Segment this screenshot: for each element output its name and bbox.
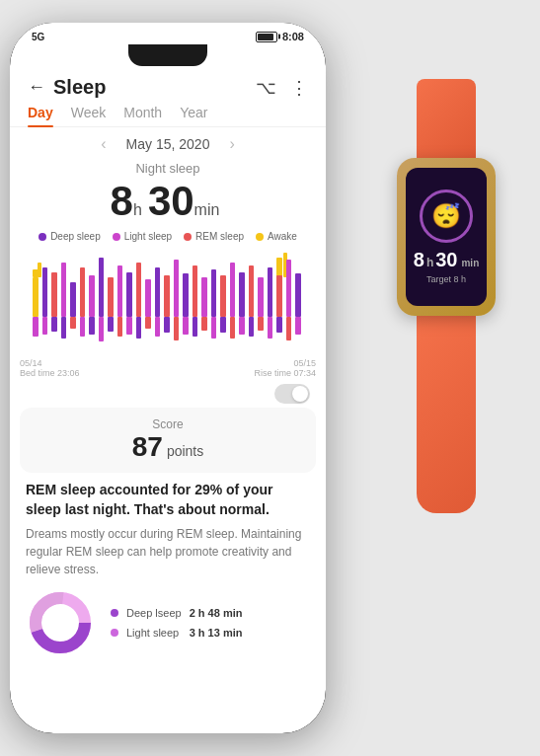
svg-rect-29 (164, 317, 170, 333)
legend-rem: REM sleep (184, 231, 244, 242)
right-sub: Rise time 07:34 (254, 368, 316, 378)
svg-rect-42 (276, 258, 282, 277)
toggle-section (10, 384, 326, 404)
deep-sleep-dot (39, 233, 46, 241)
svg-rect-31 (174, 317, 179, 340)
view-toggle[interactable] (274, 384, 310, 404)
score-label: Score (30, 417, 306, 431)
pie-deep-value: 2 h 48 min (190, 607, 243, 619)
sleep-duration: 8 h 30 min (10, 178, 326, 225)
sleep-legend: Deep sleep Light sleep REM sleep Awake (10, 231, 326, 242)
tab-week[interactable]: Week (71, 105, 107, 126)
tab-month[interactable]: Month (123, 105, 162, 126)
sleep-hours: 8 (111, 178, 133, 225)
chart-left-label: 05/14 Bed time 23:06 (20, 358, 80, 378)
light-sleep-label: Light sleep (124, 231, 172, 242)
svg-rect-18 (117, 265, 122, 317)
awake-dot (256, 233, 264, 241)
sleep-minutes: 30 (148, 178, 194, 225)
watch-band-top (417, 79, 476, 158)
tab-bar: Day Week Month Year (10, 105, 326, 127)
svg-rect-44 (220, 275, 226, 317)
svg-rect-3 (42, 317, 47, 335)
app-header: ← Sleep ⌥ ⋮ (10, 66, 326, 105)
svg-rect-20 (126, 272, 132, 317)
pie-light-label: Light sleep (126, 627, 182, 639)
left-date: 05/14 (20, 358, 80, 368)
svg-rect-26 (155, 267, 160, 317)
svg-rect-53 (258, 317, 264, 331)
deep-sleep-label: Deep sleep (50, 231, 101, 242)
pie-item-deep: Deep lseep 2 h 48 min (111, 607, 242, 619)
phone: 5G 8:08 ← Sleep ⌥ ⋮ (10, 23, 326, 733)
svg-rect-9 (70, 317, 76, 329)
svg-rect-11 (80, 317, 85, 337)
svg-rect-38 (211, 269, 216, 317)
score-value: 87 (132, 431, 163, 463)
more-icon[interactable]: ⋮ (290, 77, 308, 99)
chart-time-labels: 05/14 Bed time 23:06 05/15 Rise time 07:… (10, 356, 326, 380)
svg-rect-59 (286, 317, 291, 340)
legend-light: Light sleep (113, 231, 172, 242)
next-date-button[interactable]: › (229, 135, 234, 153)
prev-date-button[interactable]: ‹ (101, 135, 106, 153)
svg-rect-51 (249, 317, 254, 337)
svg-rect-5 (51, 317, 57, 332)
svg-rect-12 (89, 275, 95, 317)
rem-sleep-label: REM sleep (195, 231, 244, 242)
svg-rect-8 (70, 282, 76, 317)
status-bar: 5G 8:08 (10, 23, 326, 46)
svg-rect-49 (239, 317, 245, 335)
info-highlight: REM sleep accounted for 29% of your slee… (26, 481, 310, 519)
svg-rect-32 (183, 273, 189, 317)
svg-rect-50 (249, 265, 254, 317)
smartwatch: 😴 8 h 30 min Target 8 h (372, 79, 520, 651)
left-sub: Bed time 23:06 (20, 368, 80, 378)
pie-item-light: Light sleep 3 h 13 min (111, 627, 242, 639)
legend-deep: Deep sleep (39, 231, 101, 242)
right-date: 05/15 (254, 358, 316, 368)
svg-rect-60 (295, 273, 301, 317)
svg-rect-13 (89, 317, 95, 335)
watch-body: 😴 8 h 30 min Target 8 h (397, 158, 496, 316)
svg-rect-33 (183, 317, 189, 335)
svg-rect-2 (42, 267, 47, 317)
svg-rect-30 (174, 260, 179, 317)
current-date: May 15, 2020 (126, 136, 210, 152)
svg-rect-55 (268, 317, 272, 339)
date-navigator: ‹ May 15, 2020 › (10, 127, 326, 161)
score-unit: points (167, 443, 203, 459)
svg-rect-34 (193, 265, 197, 317)
svg-rect-25 (145, 317, 151, 329)
sleep-face-icon: 😴 (431, 202, 461, 230)
pie-light-dot (111, 629, 118, 637)
share-icon[interactable]: ⌥ (256, 77, 276, 99)
svg-rect-24 (145, 279, 151, 317)
svg-rect-58 (286, 260, 291, 317)
svg-rect-48 (239, 272, 245, 317)
svg-rect-56 (276, 275, 282, 317)
info-detail: Dreams mostly occur during REM sleep. Ma… (26, 525, 310, 578)
svg-rect-7 (61, 317, 66, 339)
svg-rect-10 (80, 267, 85, 317)
svg-rect-21 (126, 317, 132, 335)
tab-day[interactable]: Day (28, 105, 53, 126)
watch-band-bottom (417, 316, 476, 513)
toggle-knob (292, 386, 308, 402)
watch-target: Target 8 h (414, 274, 480, 284)
tab-year[interactable]: Year (180, 105, 207, 126)
light-sleep-dot (113, 233, 120, 241)
svg-rect-37 (201, 317, 207, 331)
score-section: Score 87 points (20, 408, 316, 473)
svg-rect-57 (276, 317, 282, 333)
watch-screen: 😴 8 h 30 min Target 8 h (406, 168, 487, 306)
rem-sleep-dot (184, 233, 192, 241)
subscript-h: h (426, 256, 433, 271)
back-button[interactable]: ← (28, 77, 45, 98)
svg-rect-16 (108, 277, 114, 317)
svg-rect-52 (258, 277, 264, 317)
legend-awake: Awake (256, 231, 297, 242)
svg-rect-46 (230, 263, 235, 317)
pie-deep-label: Deep lseep (126, 607, 182, 619)
svg-rect-41 (38, 263, 41, 277)
